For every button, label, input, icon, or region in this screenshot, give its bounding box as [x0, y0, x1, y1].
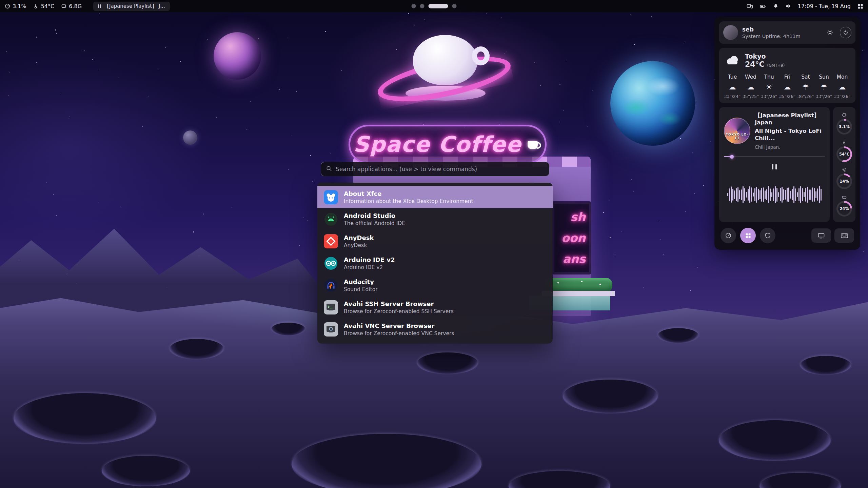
- app-desc: Sound Editor: [344, 286, 378, 292]
- gauge-value: 24%: [836, 201, 852, 217]
- cpu-gauge: 3.1%: [836, 113, 852, 135]
- forecast-row: Tue☁33°/24° Wed☁35°/25° Thu☀33°/26° Fri☁…: [723, 74, 851, 99]
- now-playing-label: 【Japanese Playlist】 J...: [104, 3, 165, 9]
- workspace-dot-active[interactable]: [429, 4, 448, 8]
- app-row-arduino[interactable]: Arduino IDE v2 Arduino IDE v2: [317, 252, 553, 274]
- battery-icon[interactable]: [760, 3, 766, 9]
- memory-icon: [61, 3, 66, 9]
- neon-window-line: sh: [571, 210, 586, 224]
- media-title-line1: 【Japanese Playlist】 Japan: [755, 112, 825, 126]
- workspace-switcher[interactable]: [412, 4, 457, 8]
- weather-widget: Tokyo 24°C (GMT+9) Tue☁33°/24° Wed☁35°/2…: [719, 48, 855, 103]
- workspace-dot[interactable]: [452, 4, 457, 8]
- settings-gear-icon[interactable]: [824, 27, 836, 38]
- big-cloud-icon: [725, 54, 740, 67]
- search-icon: [326, 166, 332, 173]
- workspace-dot[interactable]: [420, 4, 425, 8]
- keyboard-button[interactable]: [834, 228, 854, 243]
- system-uptime: System Uptime: 4h11m: [742, 34, 801, 39]
- neon-sign: Space Coffee: [349, 125, 547, 164]
- memory-icon: [842, 195, 847, 200]
- search-input[interactable]: [336, 166, 544, 172]
- forecast-day: Mon☁33°/26°: [833, 74, 851, 99]
- neon-sign-text: Space Coffee: [353, 132, 521, 157]
- shield-button[interactable]: [760, 228, 775, 243]
- temp-stat-label: 54°C: [41, 3, 55, 9]
- gauge-value: 3.1%: [836, 119, 852, 135]
- media-title-line2: All Night - Tokyo LoFi Chill...: [755, 127, 825, 142]
- small-moon: [183, 130, 197, 145]
- launcher-search[interactable]: [321, 162, 549, 176]
- slider-handle[interactable]: [730, 155, 734, 159]
- app-desc: Information about the Xfce Desktop Envir…: [344, 198, 473, 204]
- avahi-ssh-icon: [324, 300, 338, 314]
- app-row-audacity[interactable]: Audacity Sound Editor: [317, 274, 553, 296]
- earth-planet: [610, 61, 695, 146]
- avahi-vnc-icon: [324, 322, 338, 337]
- forecast-day: Wed☁35°/25°: [742, 74, 760, 99]
- gauge-value: 14%: [836, 174, 852, 189]
- weather-day-icon: ☁: [742, 83, 760, 91]
- neon-window-line: oon: [561, 231, 586, 245]
- saturn-cup: [376, 29, 512, 124]
- weather-day-icon: ☁: [778, 83, 796, 91]
- memory-gauge: 24%: [836, 195, 852, 217]
- forecast-day: Sun☂33°/26°: [815, 74, 833, 99]
- forecast-day: Sat☂36°/26°: [796, 74, 815, 99]
- workspace-dot[interactable]: [412, 4, 416, 8]
- media-player: TOKYO LO-FI 【Japanese Playlist】 Japan Al…: [719, 107, 830, 222]
- album-art: TOKYO LO-FI: [724, 118, 750, 144]
- cpu-icon: [842, 113, 847, 118]
- app-row-android-studio[interactable]: Android Studio The official Android IDE: [317, 208, 553, 230]
- app-desc: The official Android IDE: [344, 220, 405, 226]
- weather-day-icon: ☁: [723, 83, 742, 91]
- app-row-avahi-vnc[interactable]: Avahi VNC Server Browser Browse for Zero…: [317, 318, 553, 340]
- app-name: Avahi VNC Server Browser: [344, 322, 454, 329]
- app-name: Audacity: [344, 278, 378, 285]
- user-card: seb System Uptime: 4h11m: [719, 21, 855, 44]
- clock[interactable]: 17:09 - Tue, 19 Aug: [798, 3, 851, 9]
- app-row-anydesk[interactable]: AnyDesk AnyDesk: [317, 230, 553, 252]
- user-name: seb: [742, 26, 801, 33]
- weather-day-icon: ☀: [760, 83, 778, 91]
- power-icon[interactable]: [840, 27, 851, 38]
- device-link-icon[interactable]: [747, 3, 753, 9]
- android-studio-icon: [324, 212, 338, 226]
- widget-panel: seb System Uptime: 4h11m Tokyo 24°C: [714, 17, 860, 250]
- app-launcher: About Xfce Information about the Xfce De…: [317, 162, 553, 344]
- apps-grid-button[interactable]: [740, 228, 756, 243]
- xfce-icon: [324, 190, 338, 204]
- panel-quick-actions: [719, 226, 855, 245]
- cpu-gauge-icon: [5, 3, 10, 9]
- pause-button[interactable]: [769, 163, 780, 171]
- forecast-day: Tue☁33°/24°: [723, 74, 742, 99]
- neon-window: sh oon ans: [552, 201, 591, 274]
- weather-timezone: (GMT+9): [767, 63, 785, 68]
- planter: [542, 291, 615, 296]
- notifications-bell-icon[interactable]: [773, 3, 778, 9]
- app-row-avahi-ssh[interactable]: Avahi SSH Server Browser Browse for Zero…: [317, 296, 553, 318]
- app-name: AnyDesk: [344, 234, 374, 241]
- app-name: Arduino IDE v2: [344, 256, 395, 263]
- system-gauges: 3.1% 54°C 14%: [833, 107, 855, 222]
- weather-day-icon: ☁: [833, 83, 851, 91]
- media-progress-slider[interactable]: [724, 155, 825, 159]
- app-desc: Browse for Zeroconf-enabled SSH Servers: [344, 308, 454, 314]
- hedge: [545, 278, 612, 292]
- weather-city: Tokyo: [745, 53, 785, 60]
- anydesk-icon: [324, 234, 338, 248]
- gear-icon: [842, 167, 847, 172]
- app-list: About Xfce Information about the Xfce De…: [317, 183, 553, 344]
- app-grid-icon[interactable]: [857, 3, 863, 9]
- dashboard-button[interactable]: [721, 228, 736, 243]
- waveform: [724, 172, 825, 217]
- now-playing-widget[interactable]: 【Japanese Playlist】 J...: [93, 2, 170, 11]
- thermometer-icon: [842, 140, 847, 145]
- app-row-about-xfce[interactable]: About Xfce Information about the Xfce De…: [317, 186, 553, 208]
- album-art-label: TOKYO LO-FI: [725, 133, 750, 140]
- volume-icon[interactable]: [785, 3, 791, 9]
- top-bar: 3.1% 54°C 6.8G 【Japanese Playlist】 J...: [0, 0, 868, 12]
- app-name: Avahi SSH Server Browser: [344, 300, 454, 307]
- display-button[interactable]: [811, 228, 831, 243]
- weather-day-icon: ☂: [796, 83, 815, 91]
